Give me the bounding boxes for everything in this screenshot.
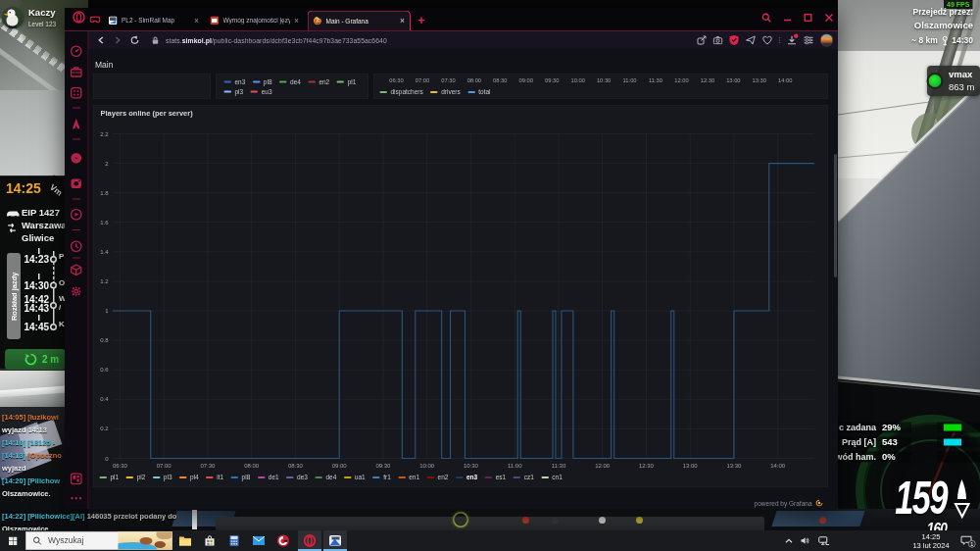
profile-avatar[interactable] <box>820 34 833 47</box>
sidebar-camera-icon[interactable] <box>71 177 83 190</box>
legend-color-dash <box>286 476 294 478</box>
legend-item[interactable]: total <box>467 89 490 96</box>
legend-item[interactable]: de1 <box>258 475 279 481</box>
back-icon[interactable] <box>97 36 105 44</box>
x-axis-label: 08:30 <box>288 463 304 469</box>
sidebar-flower-icon[interactable] <box>71 285 83 298</box>
sidebar-speeddial-icon[interactable] <box>71 45 83 58</box>
legend-item[interactable]: es1 <box>485 475 506 481</box>
legend-item[interactable]: eu3 <box>251 88 272 95</box>
players-chart[interactable]: 00.20.40.60.811.21.41.61.822.206:3007:00… <box>94 106 828 487</box>
legend-item[interactable]: pl2 <box>126 475 146 481</box>
panels-icon[interactable] <box>804 36 814 45</box>
sidebar-cube-icon[interactable] <box>71 264 83 276</box>
sidebar-clock-icon[interactable] <box>71 240 83 253</box>
legend-item[interactable]: pl3 <box>153 475 172 481</box>
window-search-icon[interactable] <box>761 13 771 23</box>
delay-button[interactable]: 2 m <box>5 349 66 370</box>
snapshot-icon[interactable] <box>713 36 723 45</box>
share-icon[interactable] <box>697 35 707 45</box>
new-tab-button[interactable]: + <box>416 15 427 26</box>
sidebar-pinboard-icon[interactable] <box>71 473 83 485</box>
browser-tab[interactable]: PL2 - SimRail Map× <box>104 11 204 31</box>
taskbar-app-microsoft-store[interactable] <box>198 530 221 551</box>
tab-close-icon[interactable]: × <box>194 16 199 25</box>
legend-item[interactable]: drivers <box>430 89 461 96</box>
legend-item[interactable]: en3 <box>224 78 246 85</box>
legend-item[interactable]: ua1 <box>344 475 366 481</box>
sidebar-briefcase-icon[interactable] <box>71 66 83 78</box>
reload-icon[interactable] <box>130 36 139 45</box>
legend-color-dash <box>206 476 214 478</box>
tray-clock[interactable]: 14:25 13 lut 2024 <box>910 532 952 549</box>
tab-close-icon[interactable]: × <box>294 16 299 25</box>
legend-item[interactable]: fr1 <box>372 475 391 481</box>
browser-titlebar[interactable]: PL2 - SimRail Map×Wymóg znajomości język… <box>65 8 838 30</box>
forward-icon[interactable] <box>114 36 122 44</box>
legend-label: fr1 <box>383 475 391 481</box>
axis-tick-label: 08:00 <box>467 77 481 83</box>
gx-corner-icon[interactable] <box>90 17 101 24</box>
close-icon[interactable] <box>824 13 834 23</box>
legend-item[interactable]: pl1 <box>337 78 357 85</box>
axis-tick-label: 07:00 <box>416 77 429 83</box>
legend-item[interactable]: pl8 <box>231 475 251 481</box>
network-icon[interactable] <box>818 536 829 545</box>
lock-icon[interactable] <box>152 36 159 45</box>
page-scrollbar-thumb[interactable] <box>834 154 837 277</box>
sidebar-divider <box>73 139 80 140</box>
maximize-icon[interactable] <box>804 14 812 23</box>
legend-item[interactable]: de3 <box>286 475 308 481</box>
url-bar[interactable]: stats.simkol.pl/public-dashboards/dcbf3e… <box>166 36 387 44</box>
taskbar-app-opera-gx[interactable] <box>271 530 295 551</box>
sidebar-play-icon[interactable] <box>71 209 83 222</box>
vpn-shield-icon[interactable] <box>729 35 739 46</box>
tray-chevron-icon[interactable] <box>785 538 793 543</box>
legend-item[interactable]: en2 <box>427 475 449 481</box>
flow-icon[interactable] <box>746 35 757 45</box>
legend-item[interactable]: dispatchers <box>380 89 423 96</box>
legend-item[interactable]: pl4 <box>179 475 199 481</box>
player-level: Level 123 <box>28 21 56 28</box>
legend-item[interactable]: de4 <box>315 475 336 481</box>
taskbar-app-opera[interactable] <box>298 530 321 551</box>
sidebar-dots-icon[interactable] <box>71 492 83 505</box>
legend-color-dash <box>258 476 266 478</box>
taskbar-search[interactable]: Wyszukaj <box>25 531 172 550</box>
legend-item[interactable]: en1 <box>398 475 419 481</box>
taskbar-app-simrail[interactable] <box>323 530 347 551</box>
sidebar-gx-mods-icon[interactable] <box>71 87 83 100</box>
sidebar-messenger-icon[interactable] <box>71 152 83 165</box>
legend-item[interactable]: cn1 <box>541 475 562 481</box>
footer-text: powered by Grafana <box>755 499 812 507</box>
download-icon[interactable] <box>787 35 797 45</box>
minimize-icon[interactable] <box>783 14 792 23</box>
windows-logo-icon <box>9 536 18 545</box>
legend-item[interactable]: cz1 <box>514 475 534 481</box>
x-axis-label: 09:30 <box>375 463 391 469</box>
axis-tick-label: 12:00 <box>674 77 688 83</box>
legend-item[interactable]: en2 <box>308 78 329 85</box>
start-button[interactable] <box>0 530 25 551</box>
opera-menu-icon[interactable] <box>73 11 86 25</box>
browser-tab[interactable]: Main - Grafana× <box>308 11 412 31</box>
x-axis-label: 11:30 <box>552 463 566 469</box>
sidebar-flame-icon[interactable] <box>71 118 83 130</box>
legend-label: pl8 <box>264 78 272 85</box>
legend-item[interactable]: pl8 <box>253 78 272 85</box>
taskbar-app-calculator[interactable] <box>222 530 246 551</box>
taskbar-app-mail[interactable] <box>247 530 270 551</box>
legend-label: es1 <box>496 475 506 481</box>
legend-item[interactable]: de4 <box>279 78 301 85</box>
legend-item[interactable]: pl3 <box>224 88 244 95</box>
taskbar-app-file-explorer[interactable] <box>173 530 197 551</box>
legend-color-dash <box>308 80 316 82</box>
legend-item[interactable]: pl1 <box>100 475 120 481</box>
action-center[interactable]: 1 <box>960 535 973 546</box>
volume-icon[interactable] <box>801 537 810 545</box>
legend-item[interactable]: it1 <box>206 475 223 481</box>
bookmark-heart-icon[interactable] <box>762 36 772 45</box>
tab-close-icon[interactable]: × <box>400 16 405 25</box>
browser-tab[interactable]: Wymóg znajomości języka× <box>206 11 305 31</box>
legend-item[interactable]: en3 <box>456 475 477 481</box>
